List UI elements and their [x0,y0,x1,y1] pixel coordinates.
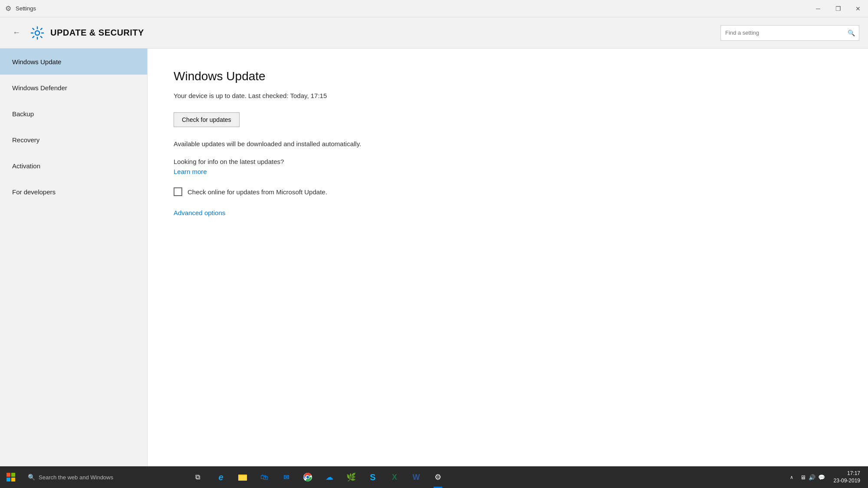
svg-point-0 [35,31,39,35]
start-button[interactable] [0,466,22,488]
app-header-title: UPDATE & SECURITY [50,28,144,38]
notification-chevron[interactable]: ∧ [788,475,795,480]
taskbar-right: ∧ 🖥 🔊 💬 17:17 23-09-2019 [788,470,868,485]
title-bar-title: Settings [16,5,36,12]
find-setting-icon: 🔍 [843,25,859,41]
svg-rect-2 [11,473,15,477]
looking-for-info-label: Looking for info on the latest updates? [174,158,842,165]
taskbar-search-bar[interactable]: 🔍 Search the web and Windows [22,466,187,488]
learn-more-link[interactable]: Learn more [174,168,842,175]
taskbar-clock[interactable]: 17:17 23-09-2019 [830,470,864,485]
page-title: Windows Update [174,69,842,83]
sidebar-label-windows-defender: Windows Defender [12,84,67,92]
settings-app-icon: ⚙ [5,4,11,13]
sidebar-item-windows-defender[interactable]: Windows Defender [0,75,147,101]
find-setting-input[interactable] [721,29,843,36]
svg-rect-1 [7,473,10,477]
header-gear-icon [30,25,45,41]
store-icon[interactable]: 🛍 [253,466,275,488]
task-view-button[interactable]: ⧉ [187,466,208,488]
microsoft-update-checkbox[interactable] [174,187,182,196]
sidebar: Windows Update Windows Defender Backup R… [0,49,148,466]
sidebar-label-recovery: Recovery [12,136,39,144]
outlook-icon[interactable]: ✉ [275,466,297,488]
microsoft-update-row: Check online for updates from Microsoft … [174,187,842,196]
main-content: Windows Update Your device is up to date… [148,49,868,466]
excel-icon[interactable]: X [384,466,405,488]
app-body: Windows Update Windows Defender Backup R… [0,49,868,466]
volume-icon[interactable]: 🔊 [809,474,815,481]
check-updates-button[interactable]: Check for updates [174,112,240,127]
sidebar-item-for-developers[interactable]: For developers [0,179,147,205]
sidebar-label-activation: Activation [12,162,40,170]
title-bar-left: ⚙ Settings [5,4,36,13]
close-button[interactable]: ✕ [848,0,868,17]
sidebar-label-for-developers: For developers [12,188,56,196]
restore-button[interactable]: ❐ [828,0,848,17]
sidebar-item-windows-update[interactable]: Windows Update [0,49,147,75]
header-search[interactable]: 🔍 [720,25,859,41]
network-icon[interactable]: 🖥 [800,474,806,481]
title-bar: ⚙ Settings ─ ❐ ✕ [0,0,868,17]
microsoft-update-label: Check online for updates from Microsoft … [187,188,327,196]
sidebar-label-windows-update: Windows Update [12,58,61,66]
taskbar-search-placeholder: Search the web and Windows [39,474,113,481]
svg-point-10 [306,476,309,478]
auto-download-note: Available updates will be downloaded and… [174,140,842,147]
clock-date: 23-09-2019 [834,477,860,485]
update-status: Your device is up to date. Last checked:… [174,92,842,99]
taskbar: 🔍 Search the web and Windows ⧉ e 🛍 ✉ [0,466,868,488]
word-icon[interactable]: W [405,466,427,488]
title-bar-controls: ─ ❐ ✕ [808,0,868,17]
svg-rect-4 [11,478,15,481]
minimize-button[interactable]: ─ [808,0,828,17]
sidebar-item-recovery[interactable]: Recovery [0,127,147,153]
sidebar-item-backup[interactable]: Backup [0,101,147,127]
back-button[interactable]: ← [9,25,24,41]
app-header: ← UPDATE & SECURITY 🔍 [0,17,868,49]
sidebar-item-activation[interactable]: Activation [0,153,147,179]
skype-icon[interactable]: S [362,466,384,488]
taskbar-app-icons: e 🛍 ✉ ☁ 🌿 S [210,466,449,488]
settings-taskbar-icon[interactable]: ⚙ [427,466,449,488]
system-tray-icons: 🖥 🔊 💬 [797,474,829,481]
green-app-icon[interactable]: 🌿 [340,466,362,488]
svg-rect-7 [238,475,247,481]
taskbar-search-icon: 🔍 [28,474,35,481]
action-center-icon[interactable]: 💬 [818,474,825,481]
chrome-icon[interactable] [297,466,319,488]
onedrive-app-icon[interactable]: ☁ [319,466,340,488]
clock-time: 17:17 [847,470,860,477]
advanced-options-link[interactable]: Advanced options [174,209,842,216]
file-explorer-icon[interactable] [232,466,253,488]
svg-rect-3 [7,478,10,481]
sidebar-label-backup: Backup [12,110,34,118]
edge-icon[interactable]: e [210,466,232,488]
